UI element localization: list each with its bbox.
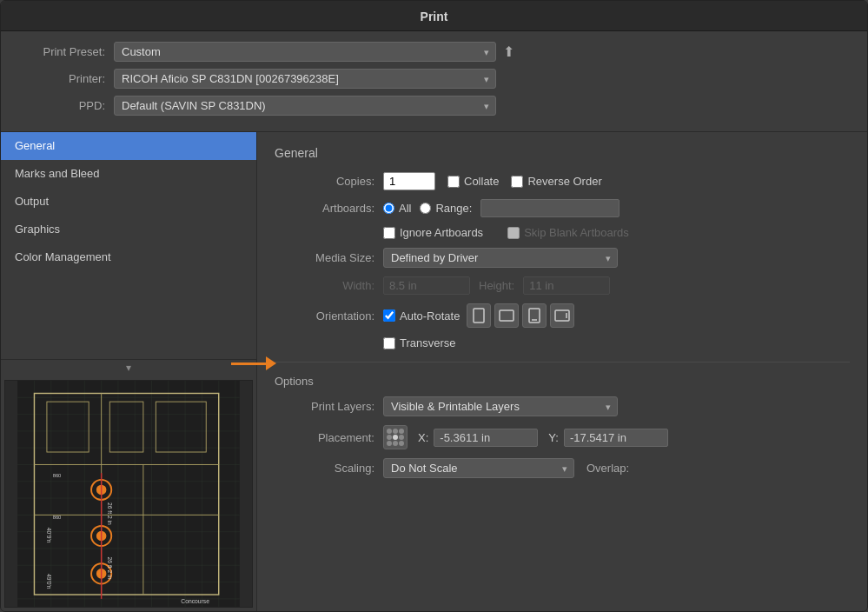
print-preset-row: Print Preset: Custom ⬆ bbox=[18, 42, 850, 62]
title-bar: Print bbox=[1, 1, 867, 31]
svg-text:Concourse: Concourse bbox=[181, 597, 209, 603]
sidebar-item-general[interactable]: General bbox=[1, 132, 256, 160]
placement-dot-6[interactable] bbox=[399, 435, 404, 440]
collate-checkbox-label[interactable]: Collate bbox=[447, 175, 499, 188]
printer-select-wrapper: RICOH Aficio SP C831DN [00267396238E] bbox=[114, 69, 496, 89]
range-input[interactable] bbox=[480, 199, 620, 217]
save-preset-icon[interactable]: ⬆ bbox=[503, 43, 514, 60]
sidebar-item-output[interactable]: Output bbox=[1, 188, 256, 216]
ignore-artboards-label[interactable]: Ignore Artboards bbox=[383, 226, 483, 239]
svg-text:26 ft 2 in: 26 ft 2 in bbox=[107, 556, 113, 579]
auto-rotate-checkbox[interactable] bbox=[383, 309, 395, 322]
orientation-buttons bbox=[467, 303, 574, 328]
range-radio[interactable] bbox=[420, 203, 431, 214]
sidebar-item-marks-and-bleed[interactable]: Marks and Bleed bbox=[1, 160, 256, 188]
content-area: General Copies: Collate Reverse Order Ar… bbox=[257, 132, 867, 611]
collate-checkbox[interactable] bbox=[447, 176, 460, 188]
all-radio[interactable] bbox=[383, 203, 394, 214]
orientation-row: Orientation: Auto-Rotate bbox=[275, 303, 850, 328]
auto-rotate-label[interactable]: Auto-Rotate bbox=[383, 309, 460, 323]
artboards-row: Artboards: All Range: bbox=[275, 199, 850, 217]
portrait-button[interactable] bbox=[467, 303, 491, 328]
orientation-label: Orientation: bbox=[275, 309, 374, 323]
ignore-artboards-row: Ignore Artboards Skip Blank Artboards bbox=[383, 226, 850, 239]
range-radio-label[interactable]: Range: bbox=[420, 202, 472, 215]
arrow-indicator bbox=[231, 356, 276, 370]
reverse-landscape-button[interactable] bbox=[550, 303, 574, 328]
print-dialog: Print Print Preset: Custom ⬆ Printer: RI… bbox=[0, 0, 868, 612]
options-section-title: Options bbox=[275, 375, 850, 388]
scaling-label: Scaling: bbox=[275, 462, 374, 475]
print-preset-label: Print Preset: bbox=[18, 45, 105, 58]
y-label: Y: bbox=[548, 431, 559, 444]
placement-dot-8[interactable] bbox=[393, 441, 398, 446]
svg-rect-49 bbox=[474, 309, 484, 323]
placement-dot-7[interactable] bbox=[387, 441, 392, 446]
print-layers-row: Print Layers: Visible & Printable Layers bbox=[275, 396, 850, 416]
placement-dot-4[interactable] bbox=[387, 435, 392, 440]
divider bbox=[275, 362, 850, 363]
main-area: General Marks and Bleed Output Graphics … bbox=[1, 132, 867, 611]
ppd-select-wrapper: Default (SAVIN SP C831DN) bbox=[114, 96, 496, 116]
printer-label: Printer: bbox=[18, 72, 105, 85]
ppd-row: PPD: Default (SAVIN SP C831DN) bbox=[18, 96, 850, 116]
svg-text:860: 860 bbox=[53, 515, 62, 520]
all-radio-label[interactable]: All bbox=[383, 202, 411, 215]
width-input bbox=[383, 276, 470, 295]
skip-blank-label[interactable]: Skip Blank Artboards bbox=[507, 226, 629, 239]
dialog-title: Print bbox=[421, 10, 448, 23]
sidebar-scroll-area: ▾ bbox=[1, 359, 256, 376]
reverse-order-checkbox[interactable] bbox=[511, 176, 523, 188]
blueprint-preview: 26 ft 2 in 26 ft 2 in 40'9'n 49'0'n Conc… bbox=[5, 381, 252, 608]
copies-input[interactable] bbox=[383, 172, 435, 190]
x-label: X: bbox=[418, 431, 428, 444]
media-size-row: Media Size: Defined by Driver bbox=[275, 248, 850, 268]
sidebar: General Marks and Bleed Output Graphics … bbox=[1, 132, 257, 611]
y-input[interactable] bbox=[564, 429, 668, 447]
height-input bbox=[523, 276, 610, 295]
svg-text:40'9'n: 40'9'n bbox=[46, 527, 52, 542]
artboards-label: Artboards: bbox=[275, 202, 374, 215]
width-label: Width: bbox=[275, 279, 374, 292]
sidebar-item-color-management[interactable]: Color Management bbox=[1, 243, 256, 271]
print-layers-select[interactable]: Visible & Printable Layers bbox=[383, 396, 618, 416]
reverse-order-checkbox-label[interactable]: Reverse Order bbox=[511, 175, 601, 188]
sidebar-nav: General Marks and Bleed Output Graphics … bbox=[1, 132, 256, 359]
svg-rect-50 bbox=[500, 310, 514, 321]
placement-dot-3[interactable] bbox=[399, 429, 404, 434]
placement-dot-5[interactable] bbox=[393, 435, 398, 440]
skip-blank-checkbox[interactable] bbox=[507, 227, 520, 239]
placement-dot-2[interactable] bbox=[393, 429, 398, 434]
reverse-portrait-button[interactable] bbox=[522, 303, 547, 328]
x-input[interactable] bbox=[434, 429, 538, 447]
transverse-checkbox-label[interactable]: Transverse bbox=[383, 336, 456, 349]
landscape-button[interactable] bbox=[494, 303, 519, 328]
sidebar-scroll-down[interactable]: ▾ bbox=[1, 362, 256, 375]
ppd-label: PPD: bbox=[18, 99, 105, 112]
height-label: Height: bbox=[479, 279, 514, 292]
placement-grid[interactable] bbox=[383, 425, 407, 449]
print-layers-select-wrapper: Visible & Printable Layers bbox=[383, 396, 618, 416]
media-size-select-wrapper: Defined by Driver bbox=[383, 248, 618, 268]
printer-row: Printer: RICOH Aficio SP C831DN [0026739… bbox=[18, 69, 850, 89]
scaling-select[interactable]: Do Not Scale bbox=[383, 458, 574, 478]
placement-dot-1[interactable] bbox=[387, 429, 392, 434]
printer-select[interactable]: RICOH Aficio SP C831DN [00267396238E] bbox=[114, 69, 496, 89]
ppd-select[interactable]: Default (SAVIN SP C831DN) bbox=[114, 96, 496, 116]
ignore-artboards-checkbox[interactable] bbox=[383, 227, 395, 239]
overlap-label: Overlap: bbox=[586, 462, 629, 475]
svg-text:49'0'n: 49'0'n bbox=[46, 573, 52, 589]
transverse-checkbox[interactable] bbox=[383, 337, 395, 349]
svg-text:860: 860 bbox=[53, 472, 62, 477]
sidebar-item-graphics[interactable]: Graphics bbox=[1, 216, 256, 243]
top-controls: Print Preset: Custom ⬆ Printer: RICOH Af… bbox=[1, 31, 867, 132]
print-preset-select[interactable]: Custom bbox=[114, 42, 496, 62]
print-layers-label: Print Layers: bbox=[275, 400, 374, 413]
media-size-select[interactable]: Defined by Driver bbox=[383, 248, 618, 268]
copies-label: Copies: bbox=[275, 175, 374, 188]
transverse-row: Transverse bbox=[383, 336, 850, 349]
placement-dot-9[interactable] bbox=[399, 441, 404, 446]
placement-inputs: X: Y: bbox=[383, 425, 668, 449]
arrow-line bbox=[231, 363, 266, 365]
copies-row: Copies: Collate Reverse Order bbox=[275, 172, 850, 190]
